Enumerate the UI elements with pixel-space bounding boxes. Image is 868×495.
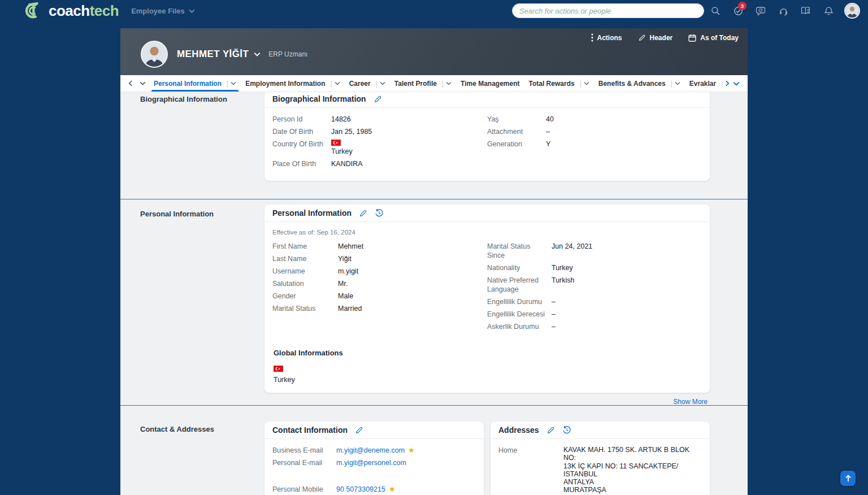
- profile-content[interactable]: Biographical Information Biographical In…: [120, 92, 748, 495]
- field-row: Date Of Birth Jan 25, 1985: [272, 127, 487, 136]
- tab-label: Time Management: [461, 80, 519, 88]
- card-title: Biographical Information: [272, 94, 366, 103]
- tab-label: Evraklar: [689, 80, 716, 88]
- employee-name-menu[interactable]: MEHMET YİĞİT: [177, 49, 261, 60]
- notifications-bell-icon[interactable]: [817, 2, 840, 20]
- card-title: Contact Information: [272, 425, 348, 435]
- edit-pencil-icon[interactable]: [359, 209, 367, 218]
- profile-tab[interactable]: Personal Information |: [149, 75, 241, 92]
- show-more-link[interactable]: Show More: [673, 398, 708, 406]
- chevron-down-icon: [254, 52, 261, 57]
- edit-pencil-icon[interactable]: [355, 426, 363, 435]
- search-input[interactable]: [519, 7, 697, 15]
- tab-menu-chevron-down-icon[interactable]: [675, 81, 680, 85]
- tab-menu-chevron-down-icon[interactable]: [380, 81, 385, 85]
- support-headset-icon[interactable]: [772, 2, 795, 20]
- address-type-label: Home: [498, 446, 563, 495]
- field-row: Place Of Birth KANDIRA: [272, 159, 487, 168]
- field-row: Generation Y: [487, 140, 702, 149]
- field-row: Marital Status Since Jun 24, 2021: [487, 242, 702, 260]
- address-line: ISTANBUL: [563, 470, 702, 478]
- section-biographical-information: Biographical Information Biographical In…: [120, 92, 748, 199]
- tab-label: Career: [349, 80, 371, 88]
- card-title: Personal Information: [272, 209, 351, 218]
- app-logo: coachtech: [21, 2, 119, 20]
- todos-badge: 3: [738, 2, 747, 10]
- turkey-flag-icon: [274, 366, 283, 372]
- field-row: Askerlik Durumu –: [487, 322, 702, 331]
- personal-information-card: Personal Information Effective as of: Se…: [264, 205, 710, 393]
- field-row: Country Of Birth Turkey: [272, 140, 487, 156]
- turkey-flag-icon: [331, 140, 353, 146]
- section-nav-label: Personal Information: [120, 199, 264, 218]
- svg-text:@: @: [758, 7, 763, 12]
- primary-star-icon: ★: [408, 446, 415, 454]
- tab-menu-chevron-down-icon[interactable]: [335, 81, 340, 85]
- edit-header-button[interactable]: Header: [638, 33, 673, 42]
- profile-tab[interactable]: Total Rewards |: [524, 75, 594, 92]
- global-search[interactable]: [512, 3, 704, 18]
- history-icon[interactable]: [562, 425, 571, 435]
- todos-icon[interactable]: 3: [727, 2, 749, 20]
- tab-label: Employment Information: [245, 80, 325, 88]
- search-icon[interactable]: [704, 2, 727, 20]
- field-row: Personal E-mail m.yigit@personel.com: [272, 458, 476, 467]
- coachtech-logo-icon: [21, 2, 43, 20]
- field-row: Username m.yigit: [272, 267, 487, 276]
- address-line: ANTALYA: [563, 478, 702, 486]
- profile-tab[interactable]: Employment Information |: [241, 75, 344, 92]
- address-line: 13K İÇ KAPI NO: 11 SANCAKTEPE/: [563, 462, 702, 470]
- primary-star-icon: ★: [389, 485, 396, 493]
- scroll-to-top-button[interactable]: [840, 471, 856, 486]
- chevron-down-icon: [189, 9, 195, 13]
- calendar-icon: [688, 34, 696, 42]
- field-row: Engellilik Derecesi –: [487, 310, 702, 319]
- field-row: Person Id 14826: [272, 115, 487, 124]
- edit-pencil-icon[interactable]: [546, 426, 555, 435]
- tabs-collapse-icon[interactable]: [140, 81, 146, 85]
- tab-menu-chevron-down-icon[interactable]: [231, 81, 236, 85]
- effective-as-of: Effective as of: Sep 16, 2024: [272, 229, 702, 236]
- profile-tabbar: Personal Information | Employment Inform…: [120, 75, 748, 92]
- history-icon[interactable]: [375, 209, 384, 218]
- actions-button[interactable]: Actions: [591, 33, 622, 42]
- tabs-scroll-left-icon[interactable]: [128, 80, 133, 86]
- pencil-icon: [638, 34, 646, 42]
- contact-information-card: Contact Information Business E-mail m.yi…: [264, 422, 484, 495]
- address-line: KAVAK MAH. 1750 SK. ARTUK B BLOK NO:: [563, 446, 702, 462]
- as-of-date-button[interactable]: As of Today: [688, 33, 739, 42]
- field-row: Native Preferred Language Turkish: [487, 276, 702, 294]
- tab-label: Talent Profile: [394, 80, 437, 88]
- field-row: Yaş 40: [487, 115, 702, 124]
- profile-tab[interactable]: Talent Profile |: [390, 75, 456, 92]
- field-row: Marital Status Married: [272, 304, 487, 313]
- section-personal-information: Personal Information Personal Informatio…: [120, 199, 748, 405]
- global-informations-title: Global Informations: [274, 349, 702, 357]
- kebab-menu-icon: [591, 33, 593, 42]
- assistant-chat-icon[interactable]: @: [749, 2, 772, 20]
- profile-tab[interactable]: Career |: [345, 75, 390, 92]
- edit-pencil-icon[interactable]: [374, 95, 382, 103]
- field-row: Personal Mobile 90 5073309215★: [272, 485, 476, 494]
- tab-menu-chevron-down-icon[interactable]: [446, 81, 452, 85]
- addresses-card: Addresses Home: [491, 422, 710, 495]
- profile-tab[interactable]: Evraklar |: [685, 75, 735, 92]
- logo-text: coachtech: [49, 2, 119, 20]
- biographical-information-card: Biographical Information Person Id: [264, 92, 710, 181]
- user-avatar[interactable]: [844, 3, 860, 19]
- directory-book-icon[interactable]: [795, 2, 817, 20]
- section-contact-addresses: Contact & Addresses Contact Information: [120, 406, 748, 495]
- tab-menu-chevron-down-icon[interactable]: [584, 81, 589, 85]
- tab-label: Personal Information: [154, 80, 222, 88]
- tab-label: Benefits & Advances: [598, 80, 666, 88]
- field-row: Gender Male: [272, 292, 487, 301]
- profile-tab[interactable]: Time Management: [456, 75, 524, 92]
- field-row: Salutation Mr.: [272, 279, 487, 288]
- field-row: Business E-mail m.yigit@deneme.com★: [272, 446, 476, 455]
- profile-tab[interactable]: Benefits & Advances |: [594, 75, 685, 92]
- global-information-entry: Turkey: [274, 366, 702, 384]
- employee-photo[interactable]: [141, 41, 168, 68]
- tab-overflow-chevron-right-icon[interactable]: [725, 80, 730, 86]
- module-switcher[interactable]: Employee Files: [131, 7, 195, 15]
- employee-name: MEHMET YİĞİT: [177, 49, 249, 60]
